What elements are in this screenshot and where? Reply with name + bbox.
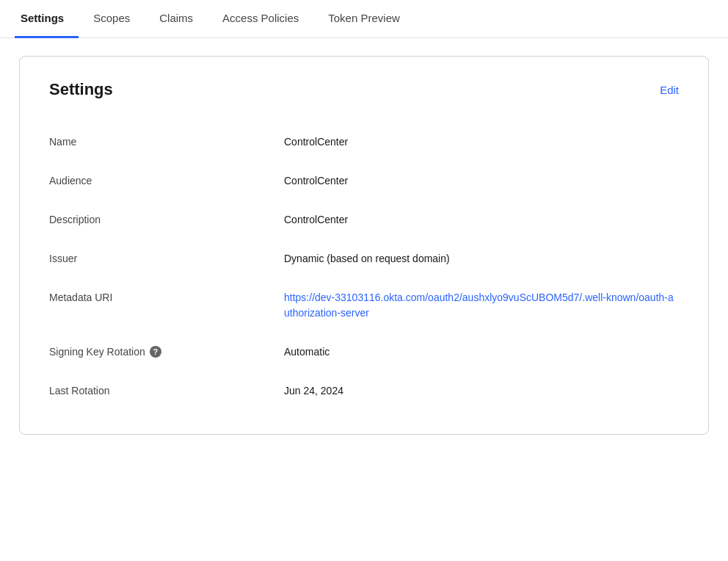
tab-claims[interactable]: Claims — [145, 0, 208, 38]
value-metadata-uri: https://dev-33103116.okta.com/oauth2/aus… — [284, 290, 679, 321]
tab-scopes[interactable]: Scopes — [79, 0, 145, 38]
help-icon[interactable]: ? — [150, 346, 161, 358]
value-last-rotation: Jun 24, 2024 — [284, 383, 679, 399]
label-signing-key: Signing Key Rotation ? — [49, 344, 284, 358]
settings-row-last-rotation: Last Rotation Jun 24, 2024 — [49, 372, 679, 410]
label-audience: Audience — [49, 173, 284, 187]
value-description: ControlCenter — [284, 212, 679, 228]
settings-table: Name ControlCenter Audience ControlCente… — [49, 123, 679, 410]
settings-row-description: Description ControlCenter — [49, 200, 679, 239]
value-issuer: Dynamic (based on request domain) — [284, 251, 679, 267]
label-last-rotation: Last Rotation — [49, 383, 284, 397]
label-issuer: Issuer — [49, 251, 284, 264]
metadata-uri-link[interactable]: https://dev-33103116.okta.com/oauth2/aus… — [284, 292, 674, 319]
settings-row-name: Name ControlCenter — [49, 123, 679, 162]
label-name: Name — [49, 134, 284, 148]
label-description: Description — [49, 212, 284, 225]
signing-key-label-text: Signing Key Rotation — [49, 346, 145, 358]
settings-card: Settings Edit Name ControlCenter Audienc… — [19, 56, 709, 435]
card-header: Settings Edit — [49, 80, 679, 99]
edit-button[interactable]: Edit — [660, 84, 679, 96]
value-signing-key: Automatic — [284, 344, 679, 360]
settings-row-metadata-uri: Metadata URI https://dev-33103116.okta.c… — [49, 278, 679, 333]
tab-access-policies[interactable]: Access Policies — [208, 0, 313, 38]
settings-row-signing-key: Signing Key Rotation ? Automatic — [49, 333, 679, 372]
value-audience: ControlCenter — [284, 173, 679, 189]
content-area: Settings Edit Name ControlCenter Audienc… — [0, 38, 728, 452]
settings-row-audience: Audience ControlCenter — [49, 162, 679, 200]
tab-settings[interactable]: Settings — [15, 0, 79, 38]
settings-row-issuer: Issuer Dynamic (based on request domain) — [49, 239, 679, 278]
tabs-container: Settings Scopes Claims Access Policies T… — [0, 0, 728, 38]
card-title: Settings — [49, 80, 113, 99]
tab-token-preview[interactable]: Token Preview — [313, 0, 415, 38]
label-metadata-uri: Metadata URI — [49, 290, 284, 303]
value-name: ControlCenter — [284, 134, 679, 150]
